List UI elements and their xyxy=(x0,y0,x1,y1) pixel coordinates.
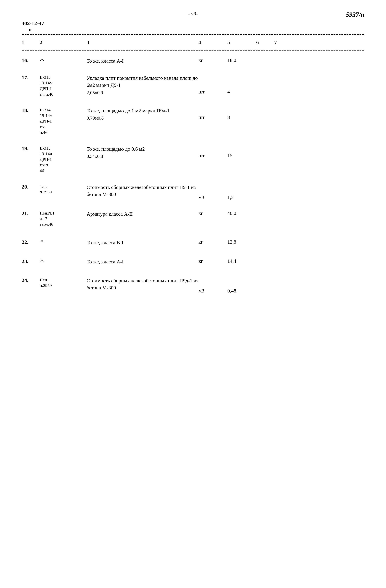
row-ref-19: II-313 19-14л ДРП-1 т.ч.п. 46 xyxy=(40,146,87,174)
row-unit-21: кг xyxy=(198,210,227,216)
row-unit-18: шт xyxy=(198,114,227,120)
header-text: - v9- xyxy=(188,11,198,16)
table-row: 20. "эн. п.2959 Стоимость сборных железо… xyxy=(22,180,364,204)
table-row: 19. II-313 19-14л ДРП-1 т.ч.п. 46 То же,… xyxy=(22,142,364,177)
row-unit-24: м3 xyxy=(198,288,227,294)
row-qty-22: 12,8 xyxy=(227,239,256,245)
col-header-7: 7 xyxy=(274,40,292,45)
table-row: 17. II-315 19-14м ДРП-1 т.ч.п.46 Укладка… xyxy=(22,71,364,100)
row-qty-23: 14,4 xyxy=(227,258,256,264)
main-content: 16. -"- То же, класса А-I кг 18,0 17. II… xyxy=(22,54,364,297)
row-qty-18: 8 xyxy=(227,114,256,120)
row-ref-17: II-315 19-14м ДРП-1 т.ч.п.46 xyxy=(40,75,87,97)
row-unit-19: шт xyxy=(198,153,227,158)
row-desc-16: То же, класса А-I xyxy=(87,57,198,64)
row-unit-20: м3 xyxy=(198,194,227,200)
row-unit-22: кг xyxy=(198,239,227,245)
table-row: 22. -"- То же, класса В-I кг 12,8 xyxy=(22,236,364,249)
row-ref-18: II-314 19-14м ДРП-1 т.ч. п.46 xyxy=(40,107,87,135)
row-qty-20: 1,2 xyxy=(227,194,256,200)
row-desc-19: То же, площадью до 0,6 м2 0,34x0,8 xyxy=(87,146,198,160)
row-desc-20: Стоимость сборных железобетонных плит П9… xyxy=(87,184,198,198)
row-desc-22: То же, класса В-I xyxy=(87,239,198,246)
top-dashed-line xyxy=(22,34,364,35)
row-num-16: 16. xyxy=(22,57,40,63)
row-unit-23: кг xyxy=(198,258,227,264)
col-header-4: 4 xyxy=(198,40,227,45)
row-ref-16: -"- xyxy=(40,57,87,63)
row-ref-24: Пен. п.2959 xyxy=(40,277,87,288)
row-num-17: 17. xyxy=(22,75,40,81)
col-header-2: 2 xyxy=(40,40,87,45)
row-desc-23: То же, класса А-I xyxy=(87,258,198,265)
row-unit-17: шт xyxy=(198,89,227,95)
row-desc-18: То же, площадью до 1 м2 марки П9д-1 0,79… xyxy=(87,107,198,122)
row-ref-22: -"- xyxy=(40,239,87,245)
row-num-22: 22. xyxy=(22,239,40,245)
row-ref-23: -"- xyxy=(40,258,87,264)
row-unit-16: кг xyxy=(198,57,227,63)
row-num-19: 19. xyxy=(22,146,40,151)
table-row: 18. II-314 19-14м ДРП-1 т.ч. п.46 То же,… xyxy=(22,104,364,139)
col-header-1: 1 xyxy=(22,40,40,45)
col-header-6: 6 xyxy=(256,40,274,45)
row-qty-16: 18,0 xyxy=(227,57,256,63)
page-header-center: - v9- xyxy=(22,11,364,17)
row-ref-21: Пен.№1 ч.17 табл.46 xyxy=(40,210,87,227)
col-header-5: 5 xyxy=(227,40,256,45)
bottom-dashed-line xyxy=(22,50,364,50)
row-num-23: 23. xyxy=(22,258,40,264)
row-num-18: 18. xyxy=(22,107,40,113)
table-row: 21. Пен.№1 ч.17 табл.46 Арматура класса … xyxy=(22,207,364,231)
row-num-20: 20. xyxy=(22,184,40,190)
table-row: 23. -"- То же, класса А-I кг 14,4 xyxy=(22,255,364,269)
page-number-top-right: 5937/п xyxy=(346,11,364,18)
column-headers: 1 2 3 4 5 6 7 xyxy=(22,37,364,48)
row-num-24: 24. xyxy=(22,277,40,283)
row-num-21: 21. xyxy=(22,210,40,216)
doc-code-block: 402-12-47 п xyxy=(22,20,364,32)
row-qty-19: 15 xyxy=(227,153,256,158)
row-ref-20: "эн. п.2959 xyxy=(40,184,87,195)
col-header-3: 3 xyxy=(87,40,198,45)
row-desc-17: Укладка плит покрытия кабельного канала … xyxy=(87,75,198,96)
table-row: 24. Пен. п.2959 Стоимость сборных железо… xyxy=(22,274,364,297)
row-desc-21: Арматура класса А-II xyxy=(87,210,198,217)
row-qty-17: 4 xyxy=(227,89,256,95)
table-row: 16. -"- То же, класса А-I кг 18,0 xyxy=(22,54,364,68)
doc-code-sub: п xyxy=(29,27,364,32)
row-qty-21: 40,0 xyxy=(227,210,256,216)
row-desc-24: Стоимость сборных железобетонных плит П9… xyxy=(87,277,198,291)
doc-code: 402-12-47 xyxy=(22,20,364,26)
row-qty-24: 0,48 xyxy=(227,288,256,294)
